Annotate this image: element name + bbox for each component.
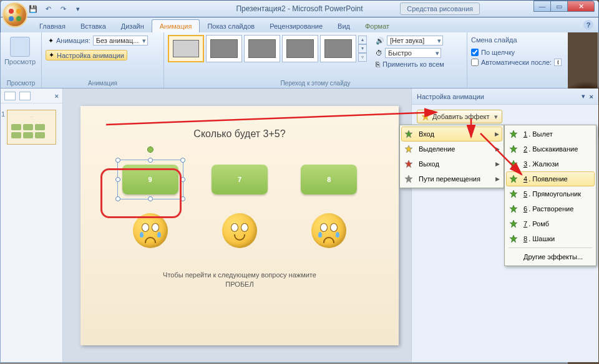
tab-design[interactable]: Дизайн (114, 20, 152, 32)
transition-gallery[interactable]: ▴▾▿ (168, 35, 367, 62)
emoji-happy[interactable] (222, 213, 257, 248)
help-icon[interactable]: ? (583, 20, 593, 30)
effect-item-8[interactable]: 8. Шашки (506, 231, 595, 246)
answer-button-2[interactable]: 7 (212, 165, 268, 194)
slide-title[interactable]: Сколько будет 3+5? (80, 128, 399, 140)
apply-icon: ⎘ (376, 60, 380, 68)
auto-after-checkbox[interactable]: Автоматически после: (471, 59, 562, 66)
custom-animation-label: Настройка анимации (57, 52, 124, 59)
apply-all-button[interactable]: ⎘Применить ко всем (373, 60, 447, 69)
menu-item-Выделение[interactable]: Выделение▶ (401, 141, 502, 156)
apply-all-label: Применить ко всем (382, 60, 444, 68)
star-icon (509, 129, 519, 139)
custom-animation-button[interactable]: ✦Настройка анимации (46, 50, 127, 60)
answer-button-1[interactable]: 9 (122, 165, 178, 194)
resize-handle[interactable] (180, 196, 185, 201)
group-transition: Переход к этому слайду (164, 80, 467, 87)
tab-home[interactable]: Главная (32, 20, 73, 32)
hint-line1: Чтобы перейти к следующему вопросу нажми… (163, 271, 316, 279)
resize-handle[interactable] (180, 158, 185, 163)
slide-hint[interactable]: Чтобы перейти к следующему вопросу нажми… (80, 271, 399, 290)
title-bar: 💾 ↶ ↷ ▾ Презентация2 - Microsoft PowerPo… (0, 0, 599, 17)
menu-item-Выход[interactable]: Выход▶ (401, 156, 502, 171)
resize-handle[interactable] (180, 177, 185, 182)
selection-box (117, 160, 183, 199)
star-icon (509, 144, 519, 154)
undo-icon[interactable]: ↶ (42, 2, 54, 15)
group-preview: Просмотр (1, 80, 41, 87)
maximize-button[interactable]: ▭ (550, 1, 568, 12)
submenu-arrow-icon: ▶ (495, 161, 500, 167)
effect-item-5[interactable]: 5. Прямоугольник (506, 186, 595, 201)
add-effect-label: Добавить эффект (432, 113, 489, 120)
menu-label: Выделение (419, 145, 455, 153)
slide: Сколько будет 3+5? 9 (80, 106, 399, 345)
close-button[interactable]: ✕ (567, 1, 595, 12)
answer-button-3[interactable]: 8 (301, 165, 357, 194)
speed-combo[interactable]: Быстро (385, 48, 441, 58)
transition-item[interactable] (244, 35, 280, 62)
auto-after-time[interactable] (554, 59, 562, 66)
gallery-up-icon[interactable]: ▴ (358, 36, 367, 44)
outline-tab-icon[interactable] (19, 92, 31, 100)
slide-thumbnail[interactable]: 1 ... (7, 110, 56, 145)
rotate-handle[interactable] (147, 146, 153, 153)
star-icon (404, 159, 414, 169)
group-animation: Анимация (42, 80, 163, 87)
effect-item-6[interactable]: 6. Растворение (506, 201, 595, 216)
transition-none[interactable] (168, 35, 204, 62)
add-effect-button[interactable]: Добавить эффект (417, 110, 502, 123)
transition-item[interactable] (206, 35, 242, 62)
slide-canvas[interactable]: Сколько будет 3+5? 9 (63, 89, 411, 362)
star-icon (509, 159, 519, 169)
tab-animation[interactable]: Анимация (152, 19, 200, 32)
window-title: Презентация2 - Microsoft PowerPoint (236, 4, 363, 13)
tab-format[interactable]: Формат (358, 20, 397, 32)
gallery-down-icon[interactable]: ▾ (358, 44, 367, 53)
hint-line2: ПРОБЕЛ (225, 280, 253, 288)
effect-item-7[interactable]: 7. Ромб (506, 216, 595, 231)
resize-handle[interactable] (115, 177, 120, 182)
menu-item-Пути перемещения[interactable]: Пути перемещения▶ (401, 171, 502, 186)
effect-item-1[interactable]: 1. Вылет (506, 127, 595, 141)
save-icon[interactable]: 💾 (27, 2, 39, 15)
taskpane-close-icon[interactable]: × (590, 93, 593, 100)
resize-handle[interactable] (148, 196, 153, 201)
panel-close-icon[interactable]: × (55, 92, 59, 100)
gallery-more-icon[interactable]: ▿ (358, 53, 367, 62)
emoji-sad[interactable] (133, 213, 168, 248)
effect-item-3[interactable]: 3. Жалюзи (506, 156, 595, 171)
slides-tab-icon[interactable] (4, 92, 16, 100)
emoji-sad[interactable] (311, 213, 346, 248)
resize-handle[interactable] (148, 158, 153, 163)
tab-insert[interactable]: Вставка (73, 20, 114, 32)
preview-button[interactable]: Просмотр (4, 35, 36, 67)
star-icon (404, 174, 414, 184)
sound-combo[interactable]: [Нет звука] (387, 36, 443, 46)
tab-review[interactable]: Рецензирование (262, 20, 330, 32)
on-click-checkbox[interactable]: По щелчку (471, 49, 515, 56)
effect-item-4[interactable]: 4. Появление (506, 171, 595, 186)
star-icon: ✦ (48, 37, 54, 45)
office-button[interactable] (2, 2, 27, 27)
tab-slideshow[interactable]: Показ слайдов (200, 20, 262, 32)
transition-item[interactable] (282, 35, 318, 62)
tab-view[interactable]: Вид (330, 20, 358, 32)
resize-handle[interactable] (115, 158, 120, 163)
taskpane-menu-icon[interactable]: ▾ (582, 92, 585, 100)
menu-label: 5. Прямоугольник (524, 190, 581, 198)
animation-combo[interactable]: Без анимац... (93, 36, 149, 46)
menu-item-Вход[interactable]: Вход▶ (401, 127, 502, 141)
resize-handle[interactable] (115, 196, 120, 201)
minimize-button[interactable]: — (533, 1, 551, 12)
effect-item-2[interactable]: 2. Выскакивание (506, 141, 595, 156)
transition-item[interactable] (320, 35, 356, 62)
menu-label: Пути перемещения (419, 175, 480, 183)
qat-more-icon[interactable]: ▾ (72, 2, 84, 15)
svg-point-0 (9, 9, 14, 14)
submenu-arrow-icon: ▶ (495, 176, 500, 182)
redo-icon[interactable]: ↷ (57, 2, 69, 15)
ribbon-tabs: Главная Вставка Дизайн Анимация Показ сл… (0, 17, 599, 32)
context-tab-label: Средства рисования (400, 2, 480, 15)
more-effects-item[interactable]: Другие эффекты... (506, 249, 595, 264)
